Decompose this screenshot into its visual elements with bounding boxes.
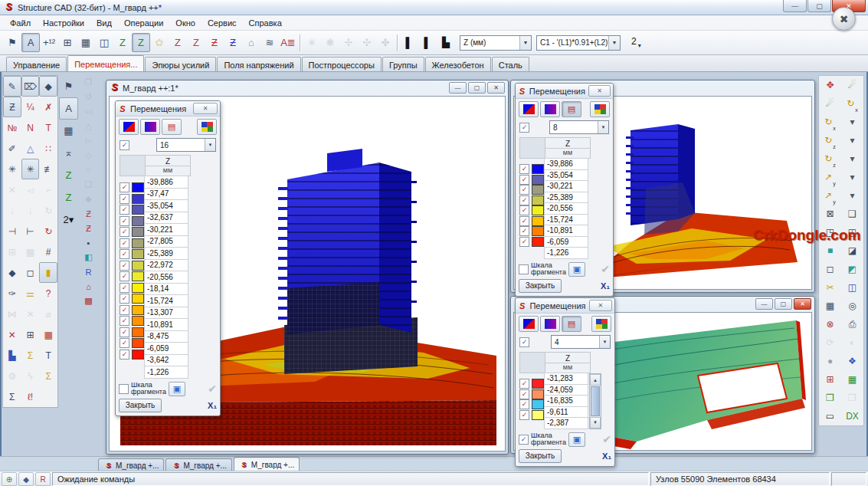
show-scale-checkbox[interactable]: ✓ bbox=[120, 140, 129, 150]
scale-row-checkbox[interactable]: ✓ bbox=[120, 294, 129, 304]
minimize-button[interactable]: — bbox=[783, 0, 807, 12]
scale-table-icon[interactable]: ▤ bbox=[162, 119, 182, 135]
query-plus-icon[interactable]: ? bbox=[39, 283, 57, 304]
fence-icon[interactable]: ▦ bbox=[77, 33, 95, 52]
tab-4[interactable]: Постпроцессоры bbox=[302, 57, 382, 71]
menu-item-2[interactable]: Вид bbox=[91, 18, 117, 28]
cube-plus1-icon[interactable]: ◳ bbox=[819, 223, 841, 241]
view-window-icon[interactable]: ❖ bbox=[841, 352, 863, 370]
side-r-icon[interactable]: R bbox=[79, 264, 98, 279]
grid-green-icon[interactable]: ▦ bbox=[841, 370, 863, 389]
query-n-icon[interactable]: N bbox=[21, 117, 40, 138]
hand-icon[interactable]: ⌂ bbox=[242, 33, 260, 52]
mdi-minimize-button[interactable]: — bbox=[449, 82, 467, 94]
scale-row-checkbox[interactable]: ✓ bbox=[519, 237, 529, 247]
side-z-red1-icon[interactable]: Ƶ bbox=[79, 206, 98, 221]
levels-count-select[interactable]: 16▼ bbox=[156, 138, 216, 152]
loadcase-combo[interactable]: C1 - '(L1)*0.91+(L2)*0.83+ ▼ bbox=[536, 35, 621, 51]
rotate-free-icon[interactable]: ☄ bbox=[841, 76, 863, 94]
rotate-z-menu2-icon[interactable]: ▾ bbox=[841, 149, 863, 168]
cursor-mode-icon[interactable]: ◆ bbox=[18, 472, 34, 486]
blue-corner-icon[interactable]: ▙ bbox=[3, 345, 21, 366]
rotate-y-menu-icon[interactable]: ▾ bbox=[841, 168, 863, 186]
scale-row-checkbox[interactable]: ✓ bbox=[120, 350, 129, 360]
palette-close-button[interactable]: ✕ bbox=[589, 300, 612, 311]
mdi-restore-button[interactable]: ▢ bbox=[468, 82, 486, 94]
mdi-close-button[interactable]: ✕ bbox=[794, 298, 811, 310]
rotate-z-icon[interactable]: ↻z bbox=[819, 131, 841, 149]
mosaic-displacement-icon[interactable]: Z bbox=[169, 33, 187, 52]
pencil-r-icon[interactable]: ✐ bbox=[3, 138, 21, 159]
scale-row-checkbox[interactable]: ✓ bbox=[120, 327, 129, 337]
scale-table-icon[interactable]: ▤ bbox=[562, 316, 581, 332]
color-palette-icon[interactable] bbox=[197, 119, 217, 135]
deformed-scheme-pressed-icon[interactable]: Z bbox=[132, 33, 150, 52]
tab-1[interactable]: Перемещения... bbox=[67, 55, 144, 71]
palette-close-button[interactable]: ✕ bbox=[588, 85, 611, 97]
scroll-down-arrow[interactable]: ▼ bbox=[590, 417, 601, 429]
windows-icon[interactable]: ◫ bbox=[841, 278, 863, 297]
side-teal-box-icon[interactable]: ◧ bbox=[79, 250, 98, 264]
color-palette-icon[interactable] bbox=[590, 101, 610, 117]
t-profile-icon[interactable]: T bbox=[39, 345, 57, 366]
rotate-z-back-icon[interactable]: ↻z bbox=[819, 149, 841, 168]
scissors-icon[interactable]: ✂ bbox=[819, 278, 841, 297]
rotate-globe-icon[interactable]: ☄ bbox=[819, 94, 841, 113]
show-scale-checkbox[interactable]: ✓ bbox=[519, 123, 529, 133]
axis-right-icon[interactable]: ⊢ bbox=[21, 221, 40, 241]
fence-strip-icon[interactable]: ▦ bbox=[59, 120, 78, 142]
fragment-scale-checkbox[interactable]: ✓ bbox=[519, 435, 529, 445]
query-x-icon[interactable]: ✗ bbox=[39, 97, 57, 117]
epure-layers-icon[interactable]: ≋ bbox=[260, 33, 279, 52]
z-filter-icon[interactable]: Ƶ bbox=[3, 97, 21, 117]
solid-view-icon[interactable]: ◆ bbox=[39, 76, 57, 97]
green-z2-icon[interactable]: Z bbox=[59, 186, 78, 209]
dxf-export-icon[interactable]: DX bbox=[841, 407, 863, 425]
panels-icon[interactable]: ◫ bbox=[95, 33, 113, 52]
axis-rotate-icon[interactable]: ↻ bbox=[39, 221, 57, 241]
query-number-icon[interactable]: № bbox=[3, 117, 21, 138]
field-displacement-blue-icon[interactable]: Ƶ bbox=[224, 33, 242, 52]
component-combo[interactable]: Z (мм) ▼ bbox=[460, 35, 532, 51]
color-palette-icon[interactable] bbox=[591, 316, 611, 332]
scale-row-checkbox[interactable]: ✓ bbox=[120, 283, 129, 293]
apply-icon[interactable]: ✔ bbox=[602, 433, 611, 445]
scale-row-checkbox[interactable]: ✓ bbox=[120, 271, 129, 281]
bw-export-icon[interactable]: ▭ bbox=[819, 407, 841, 425]
zoom-window-icon[interactable]: ⊠ bbox=[819, 205, 841, 223]
column-black2-icon[interactable]: ▌ bbox=[418, 33, 437, 52]
mesh-hash-icon[interactable]: # bbox=[39, 241, 57, 262]
menu-item-3[interactable]: Операции bbox=[119, 18, 169, 28]
display-gradient-icon[interactable] bbox=[540, 101, 560, 117]
palette-close-button[interactable]: ✕ bbox=[193, 103, 218, 114]
scale-selector[interactable]: 2 ▾ bbox=[631, 36, 641, 49]
flag-icon[interactable]: ⚑ bbox=[59, 75, 78, 97]
paste-green-icon[interactable]: ❐ bbox=[819, 389, 841, 407]
floating-close-widget[interactable]: ✖ bbox=[832, 7, 856, 31]
bridge-icon[interactable]: ⌅ bbox=[59, 142, 78, 164]
palette-titlebar[interactable]: SПеремещения✕ bbox=[516, 84, 613, 99]
mdi-tab-2[interactable]: SМ_гвард +... bbox=[234, 457, 300, 471]
menu-item-1[interactable]: Настройки bbox=[38, 18, 90, 28]
scale-table-icon[interactable]: ▤ bbox=[562, 101, 581, 117]
grid-red-icon[interactable]: ⊞ bbox=[819, 370, 841, 389]
scrollbar[interactable]: ▲▼ bbox=[589, 373, 601, 429]
tab-7[interactable]: Сталь bbox=[492, 57, 529, 71]
cube-solid2-icon[interactable]: ◪ bbox=[841, 241, 863, 260]
scale-row-checkbox[interactable]: ✓ bbox=[120, 305, 129, 315]
fragment-scale-checkbox[interactable] bbox=[119, 384, 129, 394]
scale-row-checkbox[interactable]: ✓ bbox=[120, 216, 129, 226]
rotate-x-icon[interactable]: ↻x bbox=[841, 94, 863, 113]
cube-plus2-icon[interactable]: ◰ bbox=[841, 223, 863, 241]
scale-row-checkbox[interactable]: ✓ bbox=[519, 195, 529, 205]
levels-count-select[interactable]: 4▼ bbox=[551, 335, 611, 349]
display-solid-icon[interactable] bbox=[519, 316, 539, 332]
length-mark-icon[interactable]: ℓ! bbox=[21, 386, 40, 407]
rotate-y-menu2-icon[interactable]: ▾ bbox=[841, 186, 863, 205]
palette-titlebar[interactable]: SПеремещения✕ bbox=[516, 298, 614, 314]
deformed-scheme-icon[interactable]: Z bbox=[113, 33, 132, 52]
mdi-tab-0[interactable]: SМ_гвард +... bbox=[98, 458, 164, 471]
scale-row-checkbox[interactable]: ✓ bbox=[120, 194, 129, 204]
lamp-icon[interactable]: ▮ bbox=[39, 262, 57, 283]
scale-settings-icon[interactable]: ▣ bbox=[568, 432, 585, 447]
